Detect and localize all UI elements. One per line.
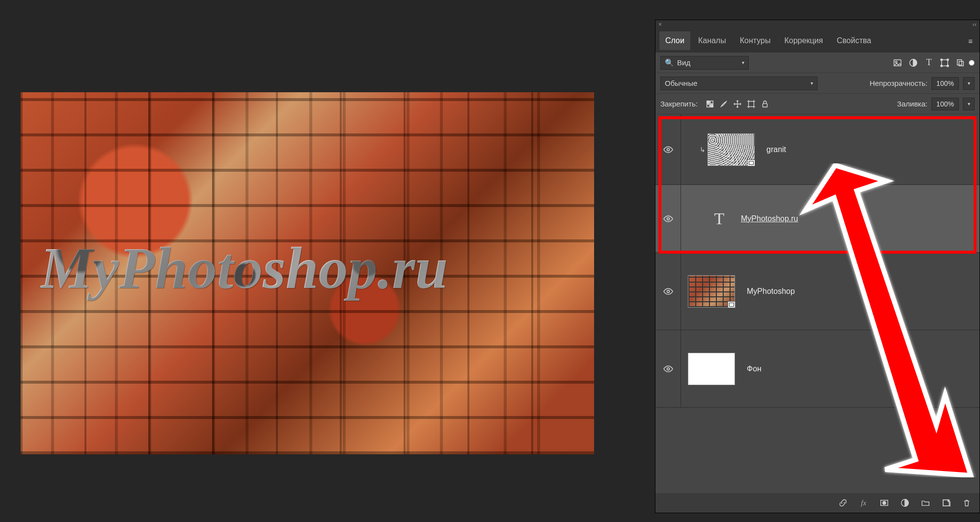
panel-tab-bar: Слои Каналы Контуры Коррекция Свойства ≡ [655, 29, 980, 52]
layer-name[interactable]: MyPhotoshop [747, 287, 795, 296]
fill-chevron[interactable]: ▾ [963, 98, 975, 110]
delete-layer-icon[interactable] [962, 498, 972, 508]
layer-thumb-background[interactable] [688, 353, 735, 385]
layer-row-text[interactable]: T MyPhotoshop.ru [655, 185, 980, 253]
lock-move-icon[interactable] [733, 100, 742, 108]
layer-name[interactable]: MyPhotoshop.ru [741, 214, 798, 223]
filter-icons: T [893, 58, 965, 67]
filter-smart-icon[interactable] [956, 58, 965, 67]
clip-indicator-icon: ↳ [698, 146, 708, 154]
svg-rect-11 [710, 101, 713, 103]
svg-rect-15 [763, 104, 767, 107]
svg-point-21 [883, 501, 886, 504]
search-icon: 🔍 [665, 58, 674, 67]
canvas-text-layer: MyPhotoshop.ru [40, 235, 448, 302]
fill-label: Заливка: [897, 100, 927, 108]
tab-adjustments[interactable]: Коррекция [778, 31, 829, 50]
visibility-eye-icon[interactable] [663, 288, 673, 295]
smart-object-badge-icon [728, 301, 735, 308]
filter-toggle-dot[interactable] [969, 60, 975, 66]
blend-row: Обычные ▾ Непрозрачность: 100% ▾ [655, 73, 980, 94]
svg-rect-13 [710, 104, 713, 106]
layer-row-bricks[interactable]: MyPhotoshop [655, 253, 980, 330]
layer-name[interactable]: Фон [747, 365, 762, 373]
tab-paths[interactable]: Контуры [734, 31, 777, 50]
svg-point-19 [667, 367, 669, 370]
filter-adjust-icon[interactable] [909, 58, 918, 67]
layer-fx-icon[interactable]: fx [859, 498, 869, 508]
kind-select-label: Вид [674, 58, 742, 67]
opacity-field[interactable]: 100% [931, 77, 959, 90]
lock-row: Закрепить: Заливка: 100% ▾ [655, 94, 980, 114]
panel-top-strip: × ‹‹ [655, 20, 980, 29]
svg-rect-12 [707, 104, 709, 106]
svg-point-1 [896, 61, 898, 63]
lock-all-icon[interactable] [761, 100, 769, 108]
tab-layers[interactable]: Слои [659, 31, 690, 50]
svg-point-18 [667, 290, 669, 292]
svg-rect-10 [707, 101, 709, 103]
visibility-eye-icon[interactable] [663, 365, 673, 372]
visibility-eye-icon[interactable] [663, 146, 673, 153]
layer-thumb-bricks[interactable] [688, 275, 735, 308]
svg-point-7 [947, 65, 949, 67]
filter-image-icon[interactable] [893, 58, 902, 67]
lock-artboard-icon[interactable] [747, 100, 756, 108]
chevron-down-icon: ▾ [742, 60, 744, 65]
collapse-icon[interactable]: ‹‹ [973, 21, 977, 28]
smart-object-badge-icon [747, 159, 755, 166]
svg-point-17 [667, 217, 669, 220]
layer-row-background[interactable]: Фон [655, 330, 980, 408]
filter-shape-icon[interactable] [940, 58, 949, 67]
layer-list: ↳ granit T MyPhotoshop.ru MyPhotoshop Фо… [655, 114, 980, 493]
layers-panel: × ‹‹ Слои Каналы Контуры Коррекция Свойс… [655, 20, 980, 513]
visibility-eye-icon[interactable] [663, 215, 673, 222]
svg-point-16 [667, 148, 669, 151]
svg-point-5 [947, 58, 949, 60]
link-layers-icon[interactable] [838, 498, 848, 508]
svg-point-6 [941, 65, 943, 67]
svg-point-4 [941, 58, 943, 60]
tab-channels[interactable]: Каналы [692, 31, 732, 50]
svg-rect-14 [749, 101, 754, 106]
layer-row-granit[interactable]: ↳ granit [655, 114, 980, 185]
filter-type-icon[interactable]: T [925, 58, 933, 67]
layer-thumb-granit[interactable] [708, 133, 755, 166]
kind-select[interactable]: 🔍 Вид ▾ [660, 56, 749, 70]
new-adjustment-icon[interactable] [900, 498, 910, 508]
svg-rect-8 [957, 59, 962, 65]
svg-rect-23 [943, 500, 950, 506]
lock-pixels-icon[interactable] [706, 100, 714, 108]
blend-mode-value: Обычные [665, 79, 697, 87]
svg-rect-3 [942, 59, 948, 66]
lock-brush-icon[interactable] [719, 100, 728, 108]
filter-row: 🔍 Вид ▾ T [655, 52, 980, 73]
panel-menu-icon[interactable]: ≡ [965, 34, 976, 48]
add-mask-icon[interactable] [879, 498, 889, 508]
opacity-chevron[interactable]: ▾ [963, 77, 975, 90]
panel-bottom-bar: fx [655, 493, 980, 513]
close-icon[interactable]: × [658, 21, 662, 28]
lock-label: Закрепить: [660, 100, 698, 108]
new-layer-icon[interactable] [941, 498, 951, 508]
tab-properties[interactable]: Свойства [831, 31, 877, 50]
layer-name[interactable]: granit [766, 145, 786, 154]
opacity-label: Непрозрачность: [870, 79, 927, 87]
document-canvas[interactable]: MyPhotoshop.ru [21, 92, 594, 454]
blend-mode-select[interactable]: Обычные ▾ [660, 77, 817, 90]
chevron-down-icon: ▾ [811, 80, 813, 86]
new-group-icon[interactable] [921, 498, 930, 508]
type-layer-icon[interactable]: T [709, 209, 729, 228]
fill-field[interactable]: 100% [931, 98, 959, 110]
